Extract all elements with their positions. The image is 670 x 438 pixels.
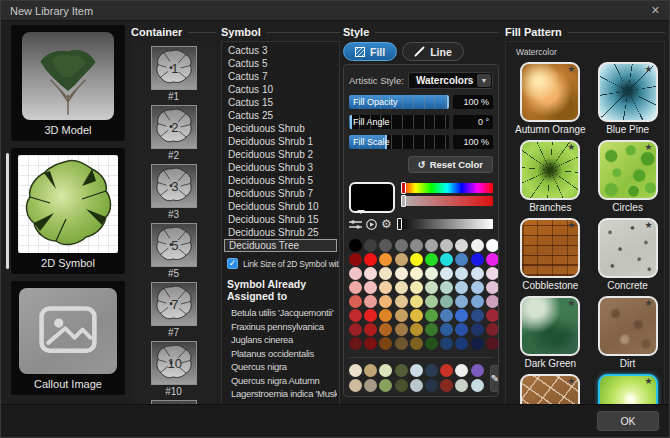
favorite-star-icon[interactable]: ★ <box>567 142 575 152</box>
palette-color-swatch[interactable] <box>486 309 499 322</box>
pattern-swatch[interactable]: ★ <box>520 140 580 200</box>
pattern-swatch[interactable]: ★ <box>598 140 658 200</box>
palette-color-swatch[interactable] <box>364 309 377 322</box>
palette-color-swatch[interactable] <box>379 309 392 322</box>
palette-color-swatch[interactable] <box>425 267 438 280</box>
ok-button[interactable]: OK <box>597 411 659 431</box>
edit-pencil-icon[interactable]: ✎ <box>490 365 499 392</box>
pattern-item[interactable]: ★ Dirt <box>598 296 658 370</box>
chevron-down-icon[interactable]: ▼ <box>477 74 491 87</box>
palette-color-swatch[interactable] <box>349 337 362 350</box>
palette-color-swatch[interactable] <box>395 337 408 350</box>
brightness-bar[interactable] <box>397 219 493 229</box>
pattern-swatch[interactable]: ★ <box>598 296 658 356</box>
symbol-list-item[interactable]: Cactus 7 <box>224 70 337 83</box>
palette-color-swatch[interactable] <box>364 295 377 308</box>
palette-color-swatch[interactable] <box>395 239 408 252</box>
fill-scale-slider[interactable]: Fill Scale <box>349 135 449 149</box>
palette-color-swatch[interactable] <box>486 337 499 350</box>
recent-color-swatch[interactable] <box>410 364 423 377</box>
pattern-item[interactable]: ★ Circles <box>598 140 658 214</box>
gear-icon[interactable]: ⚙ <box>381 218 392 230</box>
symbol-list-item[interactable]: Deciduous Tree <box>224 239 337 252</box>
pattern-swatch[interactable]: ★ <box>520 218 580 278</box>
palette-color-swatch[interactable] <box>486 295 499 308</box>
palette-color-swatch[interactable] <box>410 295 423 308</box>
palette-color-swatch[interactable] <box>425 337 438 350</box>
palette-color-swatch[interactable] <box>395 267 408 280</box>
sliders-icon[interactable] <box>349 219 362 230</box>
symbol-list-item[interactable]: Deciduous Shrub 2 <box>224 148 337 161</box>
palette-color-swatch[interactable] <box>349 323 362 336</box>
palette-color-swatch[interactable] <box>410 337 423 350</box>
palette-color-swatch[interactable] <box>395 323 408 336</box>
link-size-checkbox[interactable]: ✓ <box>227 258 238 269</box>
play-circle-icon[interactable] <box>366 219 377 230</box>
recent-color-swatch[interactable] <box>455 364 468 377</box>
pattern-item[interactable]: ★ <box>598 374 658 405</box>
type-panel-3d-model[interactable]: 3D Model <box>11 25 125 141</box>
palette-color-swatch[interactable] <box>395 281 408 294</box>
pattern-swatch[interactable]: ★ <box>598 218 658 278</box>
pattern-swatch[interactable]: ★ <box>520 296 580 356</box>
palette-color-swatch[interactable] <box>471 253 484 266</box>
palette-color-swatch[interactable] <box>440 309 453 322</box>
symbol-list-item[interactable]: Cactus 10 <box>224 83 337 96</box>
palette-color-swatch[interactable] <box>455 253 468 266</box>
recent-color-swatch[interactable] <box>440 364 453 377</box>
palette-color-swatch[interactable] <box>379 337 392 350</box>
container-item[interactable]: 3 #3 <box>151 164 197 220</box>
favorite-star-icon[interactable]: ★ <box>645 220 653 230</box>
fill-scale-value[interactable]: 100 % <box>453 135 493 149</box>
palette-color-swatch[interactable] <box>349 239 362 252</box>
palette-color-swatch[interactable] <box>486 253 499 266</box>
symbol-list-item[interactable]: Cactus 25 <box>224 109 337 122</box>
palette-color-swatch[interactable] <box>425 323 438 336</box>
symbol-list-item[interactable]: Deciduous Shrub 7 <box>224 187 337 200</box>
symbol-list-item[interactable]: Cactus 3 <box>224 44 337 57</box>
palette-color-swatch[interactable] <box>395 253 408 266</box>
palette-color-swatch[interactable] <box>455 267 468 280</box>
container-item[interactable]: 2 #2 <box>151 105 197 161</box>
favorite-star-icon[interactable]: ★ <box>645 142 653 152</box>
palette-color-swatch[interactable] <box>379 253 392 266</box>
palette-color-swatch[interactable] <box>364 337 377 350</box>
palette-color-swatch[interactable] <box>471 295 484 308</box>
recent-color-swatch[interactable] <box>471 379 484 392</box>
palette-color-swatch[interactable] <box>471 267 484 280</box>
pattern-item[interactable]: ★ <box>515 374 586 405</box>
pattern-item[interactable]: ★ Dark Green <box>515 296 586 370</box>
hue-handle[interactable] <box>401 182 406 194</box>
palette-color-swatch[interactable] <box>410 253 423 266</box>
palette-color-swatch[interactable] <box>349 309 362 322</box>
palette-color-swatch[interactable] <box>486 281 499 294</box>
palette-color-swatch[interactable] <box>410 323 423 336</box>
palette-color-swatch[interactable] <box>440 323 453 336</box>
symbol-list-item[interactable]: Cactus 15 <box>224 96 337 109</box>
tab-fill[interactable]: Fill <box>343 42 397 61</box>
saturation-bar[interactable] <box>401 196 493 206</box>
recent-color-swatch[interactable] <box>379 379 392 392</box>
palette-color-swatch[interactable] <box>349 267 362 280</box>
recent-color-swatch[interactable] <box>455 379 468 392</box>
tab-line[interactable]: Line <box>402 42 464 61</box>
fill-opacity-slider[interactable]: Fill Opacity <box>349 95 449 109</box>
palette-color-swatch[interactable] <box>455 281 468 294</box>
recent-color-swatch[interactable] <box>395 379 408 392</box>
palette-color-swatch[interactable] <box>379 239 392 252</box>
palette-color-swatch[interactable] <box>425 253 438 266</box>
symbol-list-item[interactable]: Deciduous Shrub 15 <box>224 213 337 226</box>
symbol-list-item[interactable]: Deciduous Shrub 25 <box>224 226 337 239</box>
palette-color-swatch[interactable] <box>425 309 438 322</box>
container-item[interactable]: 7 #7 <box>151 282 197 338</box>
palette-color-swatch[interactable] <box>379 267 392 280</box>
pattern-swatch[interactable]: ★ <box>520 374 580 405</box>
pattern-item[interactable]: ★ Concrete <box>598 218 658 292</box>
type-panel-callout-image[interactable]: Callout Image <box>11 281 125 395</box>
symbol-list-item[interactable]: Cactus 5 <box>224 57 337 70</box>
palette-color-swatch[interactable] <box>440 337 453 350</box>
palette-color-swatch[interactable] <box>471 281 484 294</box>
palette-color-swatch[interactable] <box>471 309 484 322</box>
palette-color-swatch[interactable] <box>486 267 499 280</box>
hue-bar[interactable] <box>401 183 493 193</box>
